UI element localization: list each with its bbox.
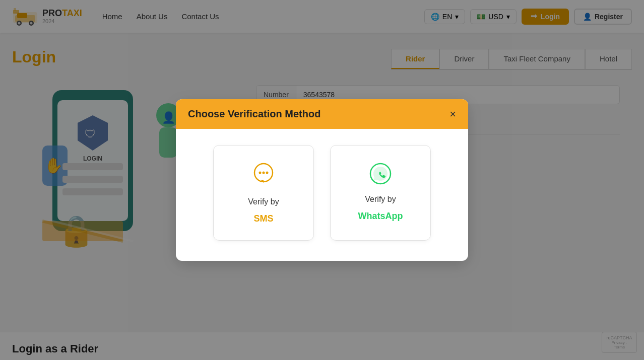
- svg-point-29: [266, 172, 269, 174]
- verify-sms-card[interactable]: Verify by SMS: [213, 145, 314, 241]
- svg-point-28: [263, 172, 265, 174]
- modal-header: Choose Verification Method ×: [176, 99, 468, 129]
- svg-point-27: [259, 172, 262, 174]
- whatsapp-icon: [368, 162, 393, 188]
- modal-close-button[interactable]: ×: [449, 109, 456, 120]
- sms-icon: [251, 162, 276, 190]
- verify-whatsapp-card[interactable]: Verify by WhatsApp: [330, 145, 431, 241]
- modal-body: Verify by SMS Verify by WhatsApp: [176, 129, 468, 261]
- modal-title: Choose Verification Method: [188, 108, 320, 120]
- sms-label-bottom: SMS: [253, 213, 273, 224]
- verification-modal: Choose Verification Method × Verify by: [176, 99, 468, 261]
- sms-label-top: Verify by: [248, 197, 279, 206]
- whatsapp-label-bottom: WhatsApp: [358, 211, 403, 222]
- modal-overlay[interactable]: Choose Verification Method × Verify by: [0, 0, 644, 360]
- whatsapp-label-top: Verify by: [365, 195, 396, 204]
